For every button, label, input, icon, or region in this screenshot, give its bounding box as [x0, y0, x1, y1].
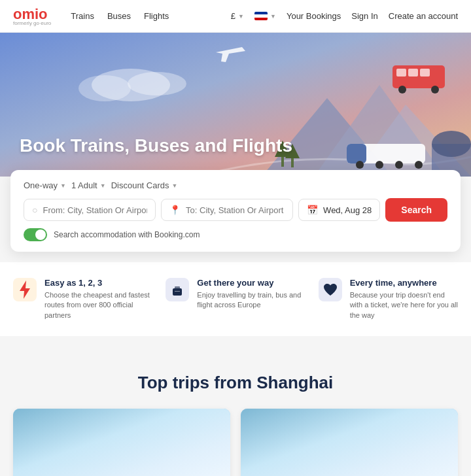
svg-rect-14	[396, 69, 406, 76]
svg-rect-16	[420, 69, 430, 76]
trip-card-london[interactable]: Flights to London from £451	[13, 409, 230, 476]
language-selector[interactable]: ▼	[254, 12, 276, 20]
svg-point-38	[241, 426, 385, 476]
passengers-filter[interactable]: 1 Adult ▼	[71, 180, 106, 190]
currency-selector[interactable]: £ ▼	[231, 11, 244, 21]
feature-easy-text: Easy as 1, 2, 3 Choose the cheapest and …	[44, 278, 152, 320]
svg-rect-29	[175, 286, 180, 289]
feature-every-title: Every time, anywhere	[350, 278, 458, 288]
currency-chevron-icon: ▼	[238, 13, 244, 20]
your-bookings-link[interactable]: Your Bookings	[287, 11, 341, 21]
currency-symbol: £	[231, 11, 236, 21]
booking-toggle-row: Search accommodation with Booking.com	[24, 228, 447, 241]
top-trips-section: Top trips from Shanghai	[0, 352, 471, 476]
svg-point-24	[432, 131, 471, 157]
nav-trains[interactable]: Trains	[71, 11, 94, 21]
svg-point-39	[345, 411, 427, 439]
nav-flights[interactable]: Flights	[144, 11, 169, 21]
from-input[interactable]	[43, 205, 147, 215]
svg-point-12	[415, 161, 423, 169]
svg-point-40	[336, 410, 399, 432]
to-field[interactable]: 📍	[161, 199, 293, 221]
svg-point-11	[395, 161, 403, 169]
date-picker[interactable]: 📅 Wed, Aug 28	[298, 199, 380, 221]
svg-point-35	[140, 409, 194, 421]
suitcase-icon	[166, 278, 189, 301]
logo[interactable]: omio formerly go·euro	[13, 6, 51, 26]
trips-title: Top trips from Shanghai	[13, 373, 458, 393]
svg-point-9	[356, 161, 364, 169]
lightning-icon	[13, 278, 37, 301]
toggle-slider	[24, 228, 47, 241]
feature-easy: Easy as 1, 2, 3 Choose the cheapest and …	[13, 278, 152, 320]
svg-point-37	[241, 421, 458, 476]
passengers-label: 1 Adult	[71, 180, 97, 190]
trip-type-label: One-way	[24, 180, 58, 190]
search-inputs: ○ 📍 📅 Wed, Aug 28 Search	[24, 198, 447, 222]
trip-image-london	[13, 409, 230, 476]
sign-in-link[interactable]: Sign In	[351, 11, 377, 21]
to-input[interactable]	[186, 205, 285, 215]
trip-type-filter[interactable]: One-way ▼	[24, 180, 66, 190]
trip-image-beijing	[241, 409, 458, 476]
language-chevron-icon: ▼	[270, 13, 276, 20]
svg-point-6	[128, 72, 186, 95]
trip-type-chevron-icon: ▼	[60, 182, 66, 189]
svg-rect-30	[175, 291, 180, 292]
from-field[interactable]: ○	[24, 199, 156, 221]
feature-every-desc: Because your trip doesn't end with a tic…	[350, 290, 458, 320]
main-nav: Trains Buses Flights	[71, 11, 231, 21]
logo-subtext: formerly go·euro	[13, 20, 51, 26]
search-button[interactable]: Search	[385, 198, 447, 222]
from-location-icon: ○	[32, 205, 37, 215]
search-filters: One-way ▼ 1 Adult ▼ Discount Cards ▼	[24, 180, 447, 190]
header-right: £ ▼ ▼ Your Bookings Sign In Create an ac…	[231, 11, 458, 21]
svg-point-34	[54, 409, 117, 427]
feature-way: Get there your way Enjoy travelling by t…	[166, 278, 305, 320]
feature-easy-title: Easy as 1, 2, 3	[44, 278, 152, 288]
hero-section: Book Trains, Buses and Flights	[0, 33, 471, 177]
passengers-chevron-icon: ▼	[100, 182, 106, 189]
discount-filter[interactable]: Discount Cards ▼	[111, 180, 178, 190]
heart-icon	[319, 278, 342, 301]
create-account-link[interactable]: Create an account	[389, 11, 458, 21]
svg-rect-28	[173, 288, 182, 296]
trip-card-beijing[interactable]: Flights to Beijing from £69	[241, 409, 458, 476]
svg-point-33	[31, 409, 104, 434]
to-location-icon: 📍	[169, 205, 181, 215]
svg-point-10	[375, 161, 383, 169]
feature-way-title: Get there your way	[197, 278, 305, 288]
svg-rect-32	[13, 409, 230, 476]
booking-toggle-label: Search accommodation with Booking.com	[54, 230, 200, 239]
nav-buses[interactable]: Buses	[107, 11, 131, 21]
discount-chevron-icon: ▼	[172, 182, 178, 189]
selected-date: Wed, Aug 28	[323, 205, 372, 215]
header: omio formerly go·euro Trains Buses Fligh…	[0, 0, 471, 33]
svg-rect-36	[241, 409, 458, 476]
hero-title: Book Trains, Buses and Flights	[20, 135, 292, 157]
feature-every-text: Every time, anywhere Because your trip d…	[350, 278, 458, 320]
booking-toggle[interactable]	[24, 228, 47, 241]
flag-icon	[254, 12, 268, 20]
feature-easy-desc: Choose the cheapest and fastest routes f…	[44, 290, 152, 320]
calendar-icon: 📅	[307, 205, 318, 215]
svg-point-5	[78, 75, 131, 101]
feature-every: Every time, anywhere Because your trip d…	[319, 278, 458, 320]
svg-rect-15	[408, 69, 418, 76]
discount-label: Discount Cards	[111, 180, 169, 190]
feature-way-text: Get there your way Enjoy travelling by t…	[197, 278, 305, 311]
feature-way-desc: Enjoy travelling by train, bus and fligh…	[197, 290, 305, 311]
svg-point-18	[431, 86, 439, 94]
section-divider	[0, 336, 471, 352]
trips-grid: Flights to London from £451	[13, 409, 458, 476]
svg-rect-8	[347, 144, 366, 163]
features-section: Easy as 1, 2, 3 Choose the cheapest and …	[0, 262, 471, 336]
svg-point-17	[398, 86, 406, 94]
search-box: One-way ▼ 1 Adult ▼ Discount Cards ▼ ○ 📍…	[10, 170, 461, 252]
